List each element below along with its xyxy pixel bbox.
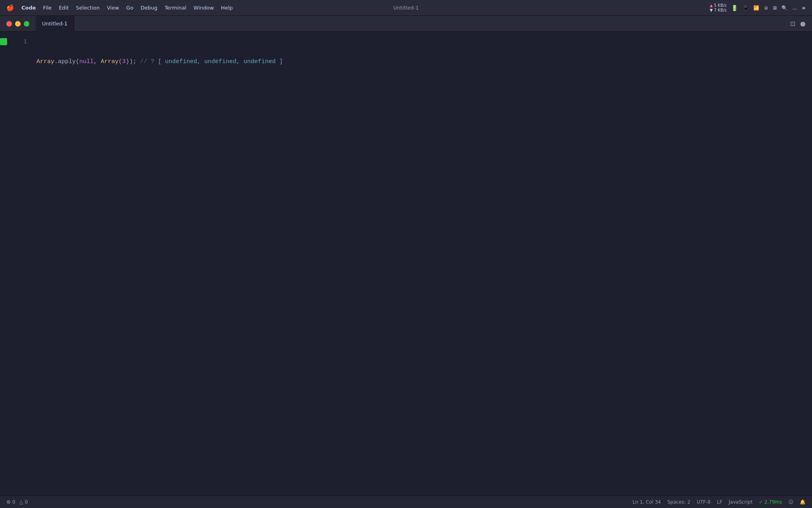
menu-code[interactable]: Code xyxy=(21,5,36,11)
phone-icon: 📱 xyxy=(743,5,749,11)
token-array1: Array xyxy=(36,57,54,67)
language-mode[interactable]: JavaScript xyxy=(729,499,753,505)
editor-tab[interactable]: Untitled-1 xyxy=(36,16,74,32)
token-result-open: [ xyxy=(154,57,165,67)
token-3: 3 xyxy=(122,57,126,67)
network-stats: ▲ 5 KB/s ▼ 7 KB/s xyxy=(710,3,726,13)
status-right: Ln 1, Col 34 Spaces: 2 UTF-8 LF JavaScri… xyxy=(632,499,806,505)
menu-terminal[interactable]: Terminal xyxy=(165,5,186,11)
token-undef3: undefined xyxy=(243,57,276,67)
token-question: ? xyxy=(151,57,154,67)
token-undef2: undefined xyxy=(204,57,236,67)
net-download: ▼ 7 KB/s xyxy=(710,8,726,13)
error-icon: ⊗ xyxy=(6,499,11,505)
battery-icon: 🔋 xyxy=(731,5,738,11)
warning-icon: △ xyxy=(19,499,23,505)
token-paren-close2: ) xyxy=(129,57,133,67)
menu-go[interactable]: Go xyxy=(126,5,133,11)
warning-count: 0 xyxy=(25,499,28,505)
line-numbers: 1 xyxy=(10,32,33,479)
code-editor[interactable]: Array.apply(null, Array(3)); // ? [ unde… xyxy=(33,32,806,479)
spotlight-icon: 🔍 xyxy=(781,5,787,11)
token-result-comma1: , xyxy=(197,57,204,67)
encoding[interactable]: UTF-8 xyxy=(697,499,710,505)
split-editor-icon[interactable]: ⊡ xyxy=(790,20,795,27)
timing: ✓ 2.79ms xyxy=(759,499,782,505)
window-title: Untitled-1 xyxy=(393,5,419,11)
token-comment: // xyxy=(136,57,151,67)
bell-icon[interactable]: 🔔 xyxy=(800,499,806,505)
token-array2: Array xyxy=(101,57,119,67)
menu-edit[interactable]: Edit xyxy=(59,5,69,11)
cursor-position[interactable]: Ln 1, Col 34 xyxy=(632,499,661,505)
smiley-icon[interactable]: ☺ xyxy=(788,499,793,505)
more-icon[interactable]: ... xyxy=(792,5,797,11)
system-icons: ▲ 5 KB/s ▼ 7 KB/s 🔋 📱 📶 ⊝ ⊞ 🔍 ... ≡ xyxy=(710,3,806,13)
wifi-icon: 📶 xyxy=(753,5,759,11)
errors-indicator[interactable]: ⊗ 0 △ 0 xyxy=(6,499,28,505)
token-null: null xyxy=(79,57,94,67)
menu-help[interactable]: Help xyxy=(221,5,233,11)
token-undef1: undefined xyxy=(165,57,197,67)
title-bar: 🍎 Code File Edit Selection View Go Debug… xyxy=(0,0,812,16)
token-result-close: ] xyxy=(276,57,283,67)
line-ending[interactable]: LF xyxy=(717,499,722,505)
control-center-icon[interactable]: ⊞ xyxy=(773,5,777,11)
run-button[interactable] xyxy=(0,38,7,45)
dnd-icon: ⊝ xyxy=(764,5,768,11)
traffic-lights xyxy=(0,21,36,27)
line-number-1: 1 xyxy=(10,37,33,47)
menu-bar: 🍎 Code File Edit Selection View Go Debug… xyxy=(6,4,233,12)
run-gutter xyxy=(0,32,10,479)
token-paren-close1: ) xyxy=(126,57,129,67)
token-semi: ; xyxy=(133,57,136,67)
list-icon: ≡ xyxy=(802,5,806,11)
status-bar: ⊗ 0 △ 0 Ln 1, Col 34 Spaces: 2 UTF-8 LF … xyxy=(0,495,812,508)
token-comma: , xyxy=(94,57,101,67)
net-upload: ▲ 5 KB/s xyxy=(710,3,726,8)
indentation[interactable]: Spaces: 2 xyxy=(667,499,690,505)
more-actions-icon[interactable]: ● xyxy=(800,20,806,27)
code-line-1: Array.apply(null, Array(3)); // ? [ unde… xyxy=(36,57,806,67)
apple-menu[interactable]: 🍎 xyxy=(6,4,14,12)
menu-window[interactable]: Window xyxy=(193,5,214,11)
token-paren-open: ( xyxy=(119,57,122,67)
error-count: 0 xyxy=(12,499,15,505)
tab-label: Untitled-1 xyxy=(42,21,67,27)
maximize-button[interactable] xyxy=(24,21,29,27)
token-result-comma2: , xyxy=(236,57,243,67)
minimize-button[interactable] xyxy=(15,21,21,27)
token-apply: .apply( xyxy=(54,57,79,67)
menu-debug[interactable]: Debug xyxy=(140,5,157,11)
close-button[interactable] xyxy=(6,21,12,27)
status-left: ⊗ 0 △ 0 xyxy=(6,499,28,505)
menu-selection[interactable]: Selection xyxy=(76,5,100,11)
editor-container: 1 Array.apply(null, Array(3)); // ? [ un… xyxy=(0,32,812,479)
tab-bar-icons: ⊡ ● xyxy=(790,20,812,27)
scrollbar[interactable] xyxy=(806,32,812,479)
menu-file[interactable]: File xyxy=(43,5,52,11)
menu-view[interactable]: View xyxy=(107,5,119,11)
